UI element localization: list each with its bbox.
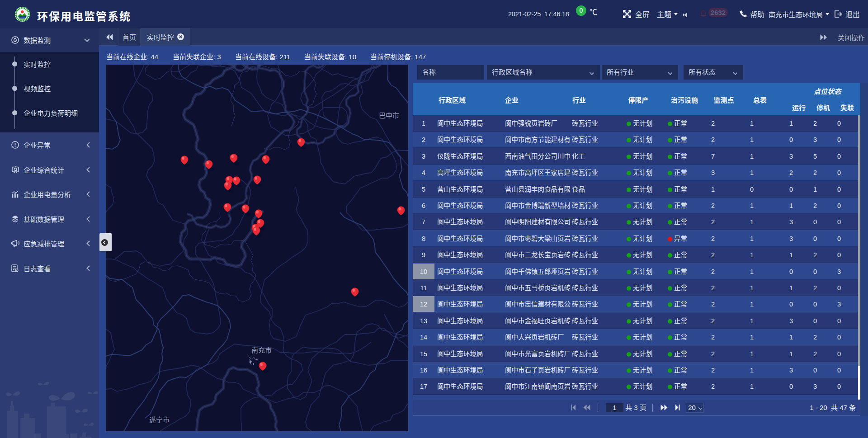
svg-text:巴中市: 巴中市 (379, 112, 399, 119)
svg-text:南充市: 南充市 (251, 346, 272, 354)
svg-text:遂宁市: 遂宁市 (149, 416, 170, 424)
